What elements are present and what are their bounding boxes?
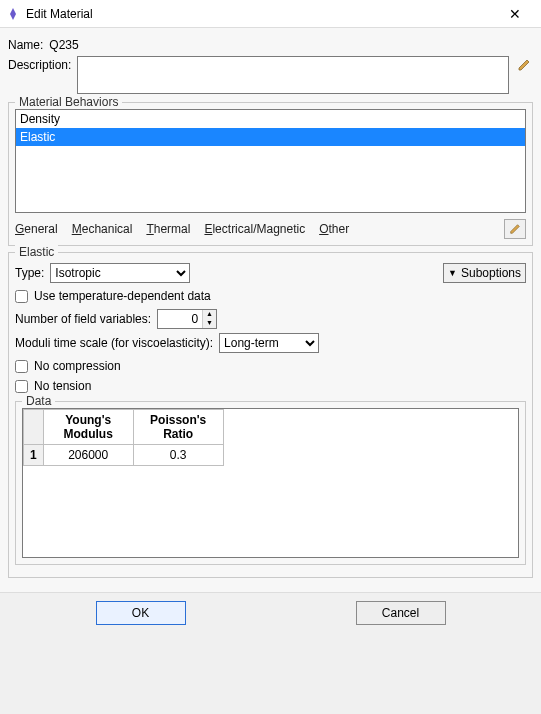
row-number: 1: [24, 445, 44, 466]
ok-button[interactable]: OK: [96, 601, 186, 625]
column-header[interactable]: Young'sModulus: [43, 410, 133, 445]
column-header[interactable]: Poisson'sRatio: [133, 410, 223, 445]
no-compression-checkbox[interactable]: [15, 360, 28, 373]
type-select[interactable]: Isotropic: [50, 263, 190, 283]
data-table-container: Young'sModulusPoisson'sRatio12060000.3: [22, 408, 519, 558]
material-behaviors-group: Material Behaviors DensityElastic Genera…: [8, 102, 533, 246]
material-behaviors-legend: Material Behaviors: [15, 95, 122, 109]
description-row: Description:: [8, 56, 533, 94]
titlebar: Edit Material ✕: [0, 0, 541, 28]
pencil-icon: [509, 223, 521, 235]
nfv-spin-up[interactable]: ▲: [203, 310, 216, 319]
window-title: Edit Material: [26, 7, 495, 21]
moduli-row: Moduli time scale (for viscoelasticity):…: [15, 333, 526, 353]
no-tension-checkbox[interactable]: [15, 380, 28, 393]
app-icon: [6, 7, 20, 21]
menu-electrical[interactable]: Electrical/Magnetic: [204, 222, 305, 236]
type-label: Type:: [15, 266, 44, 280]
no-compression-check[interactable]: No compression: [15, 359, 526, 373]
close-button[interactable]: ✕: [495, 6, 535, 22]
nfv-input[interactable]: [158, 310, 202, 328]
menu-mechanical[interactable]: Mechanical: [72, 222, 133, 236]
data-cell[interactable]: 0.3: [133, 445, 223, 466]
data-cell[interactable]: 206000: [43, 445, 133, 466]
menu-general[interactable]: General: [15, 222, 58, 236]
nfv-spin-down[interactable]: ▼: [203, 319, 216, 328]
data-group: Data Young'sModulusPoisson'sRatio1206000…: [15, 401, 526, 565]
cancel-button[interactable]: Cancel: [356, 601, 446, 625]
behaviors-list-item[interactable]: Density: [16, 110, 525, 128]
row-header-blank: [24, 410, 44, 445]
name-label: Name:: [8, 38, 43, 52]
use-temp-checkbox[interactable]: [15, 290, 28, 303]
elastic-group: Elastic Type: Isotropic ▼ Suboptions Use…: [8, 252, 533, 578]
behaviors-list-item[interactable]: Elastic: [16, 128, 525, 146]
menu-other[interactable]: Other: [319, 222, 349, 236]
footer: OK Cancel: [0, 592, 541, 635]
moduli-label: Moduli time scale (for viscoelasticity):: [15, 336, 213, 350]
name-value: Q235: [49, 38, 78, 52]
nfv-spinner[interactable]: ▲ ▼: [157, 309, 217, 329]
main-panel: Name: Q235 Description: Material Behavio…: [0, 28, 541, 592]
use-temp-label: Use temperature-dependent data: [34, 289, 211, 303]
no-tension-check[interactable]: No tension: [15, 379, 526, 393]
moduli-select[interactable]: Long-term: [219, 333, 319, 353]
pencil-icon: [517, 58, 531, 72]
nfv-row: Number of field variables: ▲ ▼: [15, 309, 526, 329]
use-temp-check[interactable]: Use temperature-dependent data: [15, 289, 526, 303]
no-compression-label: No compression: [34, 359, 121, 373]
description-input[interactable]: [77, 56, 509, 94]
suboptions-label: Suboptions: [461, 266, 521, 280]
data-legend: Data: [22, 394, 55, 408]
suboptions-button[interactable]: ▼ Suboptions: [443, 263, 526, 283]
svg-marker-0: [10, 8, 16, 20]
triangle-down-icon: ▼: [448, 268, 457, 278]
data-table[interactable]: Young'sModulusPoisson'sRatio12060000.3: [23, 409, 224, 466]
nfv-label: Number of field variables:: [15, 312, 151, 326]
no-tension-label: No tension: [34, 379, 91, 393]
table-row[interactable]: 12060000.3: [24, 445, 224, 466]
behaviors-list[interactable]: DensityElastic: [15, 109, 526, 213]
edit-behavior-button[interactable]: [504, 219, 526, 239]
elastic-legend: Elastic: [15, 245, 58, 259]
name-row: Name: Q235: [8, 38, 533, 52]
description-label: Description:: [8, 58, 71, 72]
type-row: Type: Isotropic ▼ Suboptions: [15, 263, 526, 283]
edit-description-button[interactable]: [515, 56, 533, 74]
menu-thermal[interactable]: Thermal: [146, 222, 190, 236]
behaviors-menubar: General Mechanical Thermal Electrical/Ma…: [15, 219, 526, 239]
